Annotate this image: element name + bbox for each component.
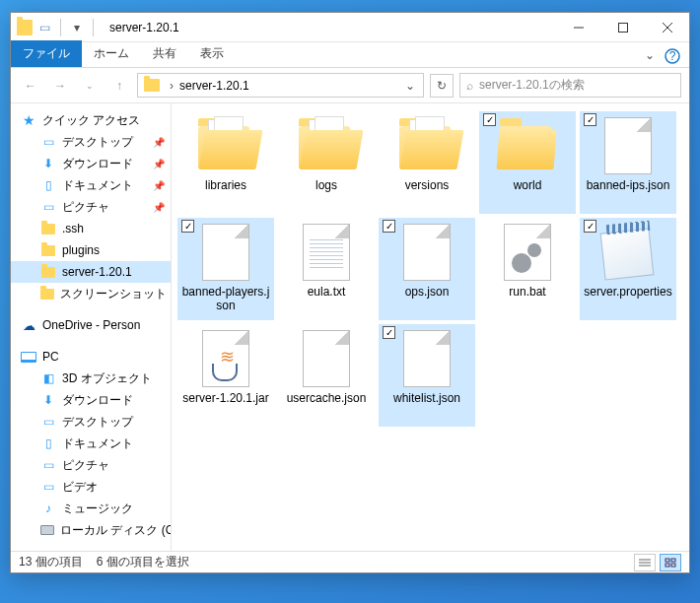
back-button[interactable]: ← [19,74,42,98]
svg-text:?: ? [669,49,676,63]
folder-icon [40,243,56,257]
sidebar-pc-pictures[interactable]: ▭ピクチャ [11,454,171,476]
svg-rect-1 [618,23,627,32]
file-ops[interactable]: ✓ops.json [379,218,475,320]
folder-icon [40,265,56,279]
search-icon: ⌕ [466,79,473,93]
view-details-button[interactable] [634,554,656,571]
sidebar-local-disk[interactable]: ローカル ディスク (C [11,519,171,541]
folder-logs[interactable]: logs [278,111,375,214]
document-icon: ▯ [40,178,56,192]
breadcrumb[interactable]: server-1.20.1 [177,79,251,93]
desktop-icon: ▭ [40,415,56,429]
status-bar: 13 個の項目 6 個の項目を選択 [11,551,689,572]
file-server-jar[interactable]: ≋server-1.20.1.jar [177,324,274,427]
desktop-icon: ▭ [40,135,56,149]
sidebar-server[interactable]: server-1.20.1 [11,261,171,283]
pin-icon: 📌 [153,180,165,191]
status-selected-count: 6 個の項目を選択 [97,554,189,570]
minimize-button[interactable] [556,13,600,41]
download-icon: ⬇ [40,157,56,170]
sidebar-3d-objects[interactable]: ◧3D オブジェクト [11,368,171,389]
view-large-icons-button[interactable] [660,554,681,571]
cloud-icon: ☁ [21,318,36,332]
search-input[interactable]: ⌕ server-1.20.1の検索 [459,73,681,98]
sidebar-ssh[interactable]: .ssh [11,218,171,239]
sidebar-plugins[interactable]: plugins [11,239,171,261]
sidebar-pc-music[interactable]: ♪ミュージック [11,498,171,519]
picture-icon: ▭ [40,200,56,214]
file-run-bat[interactable]: run.bat [479,218,576,320]
recent-dropdown[interactable]: ⌄ [78,74,102,98]
folder-icon [40,287,54,301]
pin-icon: 📌 [153,159,165,169]
window-title: server-1.20.1 [104,21,556,34]
file-usercache[interactable]: usercache.json [278,324,375,427]
address-field[interactable]: › server-1.20.1 ⌄ [137,73,424,98]
pin-icon: 📌 [153,202,165,213]
music-icon: ♪ [40,502,56,515]
file-list[interactable]: libraries logs versions ✓world ✓banned-i… [172,103,689,551]
sidebar-quick-access[interactable]: ★クイック アクセス [11,109,171,131]
sidebar-pictures[interactable]: ▭ピクチャ📌 [11,196,171,218]
svg-rect-12 [671,564,675,567]
forward-button[interactable]: → [48,74,72,98]
status-item-count: 13 個の項目 [19,554,83,570]
sidebar-desktop[interactable]: ▭デスクトップ📌 [11,131,171,153]
sidebar-downloads[interactable]: ⬇ダウンロード📌 [11,153,171,174]
svg-rect-9 [665,559,669,562]
qat-customize-icon[interactable]: ▾ [69,20,85,35]
sidebar-pc-videos[interactable]: ▭ビデオ [11,476,171,498]
sidebar-pc[interactable]: PC [11,346,171,368]
tab-file[interactable]: ファイル [11,40,82,67]
download-icon: ⬇ [40,393,56,407]
folder-world[interactable]: ✓world [479,111,576,214]
help-button[interactable]: ? [662,45,683,67]
svg-rect-11 [665,564,669,567]
picture-icon: ▭ [40,458,56,472]
explorer-window: ▭ ▾ server-1.20.1 ファイル ホーム 共有 表示 ⌄ ? ← →… [10,12,690,573]
sidebar-pc-desktop[interactable]: ▭デスクトップ [11,411,171,433]
ribbon-expand-icon[interactable]: ⌄ [638,43,662,67]
checkbox[interactable]: ✓ [181,220,194,233]
document-icon: ▯ [40,436,56,450]
title-bar: ▭ ▾ server-1.20.1 [11,13,689,42]
qat-folder-icon [17,20,33,35]
checkbox[interactable]: ✓ [383,326,395,339]
pin-icon: 📌 [153,137,165,148]
folder-icon [40,222,56,235]
sidebar-screenshots[interactable]: スクリーンショット [11,283,171,304]
star-icon: ★ [21,113,36,127]
objects3d-icon: ◧ [40,371,56,385]
close-button[interactable] [645,13,689,41]
file-banned-ips[interactable]: ✓banned-ips.json [580,111,676,214]
file-banned-players[interactable]: ✓banned-players.json [177,218,274,320]
maximize-button[interactable] [600,13,645,41]
checkbox[interactable]: ✓ [383,220,395,233]
drive-icon [40,523,54,537]
up-button[interactable]: ↑ [107,74,131,98]
file-whitelist[interactable]: ✓whitelist.json [379,324,475,427]
sidebar-pc-documents[interactable]: ▯ドキュメント [11,433,171,454]
tab-share[interactable]: 共有 [141,40,188,67]
folder-versions[interactable]: versions [379,111,475,214]
address-bar: ← → ⌄ ↑ › server-1.20.1 ⌄ ↻ ⌕ server-1.2… [11,68,689,103]
navigation-pane: ★クイック アクセス ▭デスクトップ📌 ⬇ダウンロード📌 ▯ドキュメント📌 ▭ピ… [11,103,172,551]
path-dropdown-icon[interactable]: ⌄ [401,79,419,93]
chevron-right-icon[interactable]: › [166,79,177,93]
refresh-button[interactable]: ↻ [430,74,454,98]
file-eula[interactable]: eula.txt [278,218,375,320]
checkbox[interactable]: ✓ [584,220,596,233]
checkbox[interactable]: ✓ [483,113,496,126]
file-server-properties[interactable]: ✓server.properties [580,218,676,320]
sidebar-pc-downloads[interactable]: ⬇ダウンロード [11,389,171,411]
sidebar-documents[interactable]: ▯ドキュメント📌 [11,174,171,196]
search-placeholder: server-1.20.1の検索 [479,77,585,94]
tab-view[interactable]: 表示 [188,40,236,67]
sidebar-onedrive[interactable]: ☁OneDrive - Person [11,314,171,336]
pc-icon [21,350,36,364]
tab-home[interactable]: ホーム [82,40,141,67]
folder-libraries[interactable]: libraries [177,111,274,214]
qat-properties-icon[interactable]: ▭ [36,20,52,35]
checkbox[interactable]: ✓ [584,113,596,126]
